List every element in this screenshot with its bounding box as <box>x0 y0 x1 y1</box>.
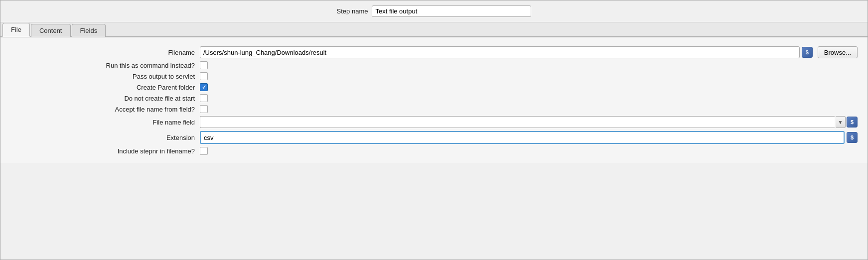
pass-output-checkbox[interactable] <box>200 72 208 80</box>
create-parent-folder-checkbox[interactable] <box>200 83 208 91</box>
file-name-field-label: File name field <box>10 119 200 126</box>
run-as-command-control <box>200 61 858 69</box>
include-stepnr-checkbox[interactable] <box>200 147 208 155</box>
file-name-field-input[interactable] <box>200 116 835 128</box>
pass-output-row: Pass output to servlet <box>0 72 868 80</box>
accept-file-name-control <box>200 105 858 113</box>
file-name-field-row: File name field ▼ <box>0 116 868 128</box>
do-not-create-control <box>200 94 858 102</box>
extension-variable-icon[interactable] <box>847 132 858 143</box>
file-name-field-variable-icon[interactable] <box>847 117 858 128</box>
step-name-label: Step name <box>337 7 368 15</box>
run-as-command-row: Run this as command instead? <box>0 61 868 69</box>
create-parent-folder-control <box>200 83 858 91</box>
filename-input[interactable] <box>200 46 800 58</box>
dialog-container: Step name File Content Fields Filename B… <box>0 0 868 260</box>
file-name-field-control: ▼ <box>200 116 858 128</box>
pass-output-label: Pass output to servlet <box>10 73 200 80</box>
include-stepnr-control <box>200 147 858 155</box>
tab-content-area: Filename Browse... Run this as command i… <box>0 37 868 163</box>
create-parent-folder-row: Create Parent folder <box>0 83 868 91</box>
tab-content[interactable]: Content <box>31 24 71 37</box>
include-stepnr-row: Include stepnr in filename? <box>0 147 868 155</box>
do-not-create-checkbox[interactable] <box>200 94 208 102</box>
step-name-input[interactable] <box>372 5 531 17</box>
accept-file-name-label: Accept file name from field? <box>10 106 200 113</box>
extension-control <box>200 131 858 144</box>
file-name-field-dropdown-row: ▼ <box>200 116 858 128</box>
pass-output-control <box>200 72 858 80</box>
browse-button[interactable]: Browse... <box>818 46 858 58</box>
extension-row: Extension <box>0 131 868 144</box>
extension-input[interactable] <box>200 131 845 144</box>
filename-control: Browse... <box>200 46 858 58</box>
run-as-command-checkbox[interactable] <box>200 61 208 69</box>
run-as-command-label: Run this as command instead? <box>10 62 200 69</box>
filename-variable-icon[interactable] <box>802 47 813 58</box>
do-not-create-label: Do not create file at start <box>10 95 200 102</box>
file-name-field-dropdown-btn[interactable]: ▼ <box>836 116 846 128</box>
filename-row: Filename Browse... <box>0 46 868 58</box>
create-parent-folder-label: Create Parent folder <box>10 84 200 91</box>
do-not-create-row: Do not create file at start <box>0 94 868 102</box>
tab-file[interactable]: File <box>2 23 30 37</box>
accept-file-name-checkbox[interactable] <box>200 105 208 113</box>
include-stepnr-label: Include stepnr in filename? <box>10 147 200 155</box>
tabs-bar: File Content Fields <box>0 22 868 37</box>
tab-fields[interactable]: Fields <box>72 24 106 37</box>
step-name-row: Step name <box>0 0 868 22</box>
filename-label: Filename <box>10 49 200 56</box>
extension-label: Extension <box>10 134 200 141</box>
accept-file-name-row: Accept file name from field? <box>0 105 868 113</box>
